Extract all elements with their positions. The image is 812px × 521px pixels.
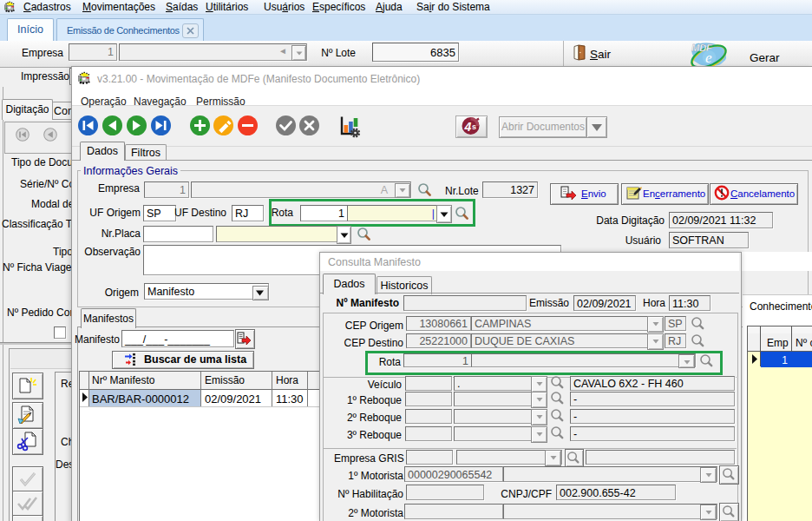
svg-text:e: e xyxy=(705,49,712,66)
svg-text:4: 4 xyxy=(464,120,472,134)
svg-text:s: s xyxy=(472,122,476,131)
